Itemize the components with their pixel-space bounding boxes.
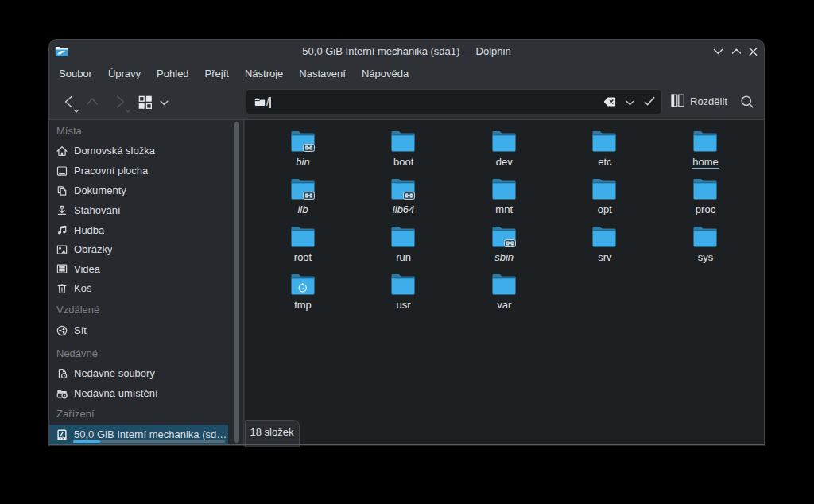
folder-label: dev xyxy=(459,155,548,169)
search-icon[interactable] xyxy=(740,95,754,109)
folder-label: var xyxy=(459,298,548,312)
location-dropdown-icon[interactable] xyxy=(626,100,634,106)
menu-nastaveni[interactable]: Nastavení xyxy=(291,62,354,84)
status-text: 18 složek xyxy=(246,421,299,444)
dolphin-window: 50,0 GiB Interní mechanika (sda1) — Dolp… xyxy=(49,40,764,445)
back-dropdown-icon[interactable] xyxy=(73,109,79,113)
folder-icon xyxy=(592,130,616,152)
sidebar-item-label: Stahování xyxy=(74,200,121,220)
sidebar-item-label: Pracovní plocha xyxy=(74,161,148,180)
titlebar[interactable]: 50,0 GiB Interní mechanika (sda1) — Dolp… xyxy=(49,40,764,62)
videos-icon xyxy=(56,262,68,275)
sidebar-item-file-clock[interactable]: Nedávné soubory xyxy=(49,363,228,383)
folder-icon xyxy=(492,177,516,200)
folder-icon xyxy=(592,225,616,247)
folder-label: usr xyxy=(359,298,448,312)
sidebar-item-home[interactable]: Domovská složka xyxy=(49,141,228,161)
view-mode-dropdown-icon[interactable] xyxy=(160,100,169,106)
window-bottom-edge xyxy=(49,444,764,445)
folder-icon xyxy=(391,225,415,247)
split-button-label[interactable]: Rozdělit xyxy=(690,84,727,119)
sidebar-item-folder-clock[interactable]: Nedávná umístění xyxy=(49,383,228,403)
minimize-icon[interactable] xyxy=(713,46,723,56)
symlink-emblem xyxy=(403,192,415,200)
folder-clock-icon xyxy=(56,387,68,400)
folder-icon xyxy=(391,130,415,152)
harddisk-icon xyxy=(56,428,68,441)
close-icon[interactable] xyxy=(748,46,758,56)
places-section-header: Místa xyxy=(56,124,82,138)
network-icon xyxy=(56,324,68,337)
folder-icon xyxy=(492,225,516,247)
symlink-emblem xyxy=(303,192,315,200)
sidebar-item-label: Nedávné soubory xyxy=(74,363,155,383)
folder-label: tmp xyxy=(258,298,347,312)
menu-pohled[interactable]: Pohled xyxy=(149,62,196,84)
folder-icon xyxy=(492,130,516,152)
sidebar-item-label: Dokumenty xyxy=(74,180,126,200)
folder-label: mnt xyxy=(459,203,548,216)
music-icon xyxy=(56,223,68,236)
folder-label: home xyxy=(661,155,750,169)
folder-label: etc xyxy=(560,155,649,169)
sidebar-item-network[interactable]: Síť xyxy=(49,320,228,340)
folder-label: boot xyxy=(359,155,448,169)
home-icon xyxy=(56,145,68,157)
disk-usage-bar xyxy=(73,440,225,443)
folder-view[interactable]: bin boot dev etc home lib lib64 mnt opt … xyxy=(245,120,764,446)
forward-dropdown-icon[interactable] xyxy=(125,109,131,113)
desktop-icon xyxy=(56,165,68,177)
sidebar-item-label: Síť xyxy=(74,320,87,340)
sidebar-item-download[interactable]: Stahování xyxy=(49,200,228,220)
sidebar-item-documents[interactable]: Dokumenty xyxy=(49,180,228,200)
back-button[interactable] xyxy=(62,95,76,109)
folder-label: run xyxy=(359,250,448,264)
sidebar-item-label: Hudba xyxy=(74,220,104,240)
menu-prejit[interactable]: Přejít xyxy=(197,62,237,84)
download-icon xyxy=(56,204,68,216)
folder-icon xyxy=(391,177,415,200)
disk-usage-fill xyxy=(73,440,100,443)
icons-view-mode-button[interactable] xyxy=(138,95,152,109)
folder-icon xyxy=(291,225,315,247)
split-view-icon[interactable] xyxy=(671,94,684,107)
menu-upravy[interactable]: Úpravy xyxy=(100,62,149,84)
images-icon xyxy=(56,243,68,256)
folder-icon xyxy=(592,177,616,200)
menu-nastroje[interactable]: Nástroje xyxy=(237,62,291,84)
maximize-icon[interactable] xyxy=(731,46,742,56)
folder-icon xyxy=(693,130,717,152)
window-title: 50,0 GiB Interní mechanika (sda1) — Dolp… xyxy=(49,40,764,62)
folder-icon xyxy=(291,273,315,295)
places-scrollbar[interactable] xyxy=(234,122,239,443)
text-cursor xyxy=(269,97,271,108)
sidebar-item-desktop[interactable]: Pracovní plocha xyxy=(49,161,228,180)
folder-label: proc xyxy=(661,203,750,216)
menu-soubor[interactable]: Soubor xyxy=(51,62,100,84)
sidebar-item-videos[interactable]: Videa xyxy=(49,259,228,279)
folder-label: bin xyxy=(258,155,347,169)
symlink-emblem xyxy=(504,239,516,247)
folder-label: opt xyxy=(560,203,649,216)
up-button[interactable] xyxy=(86,96,99,106)
menu-napoveda[interactable]: Nápověda xyxy=(354,62,417,84)
toolbar: / Rozdělit xyxy=(49,84,764,119)
places-section-header: Nedávné xyxy=(56,347,98,361)
sidebar-item-images[interactable]: Obrázky xyxy=(49,239,228,259)
folder-label: srv xyxy=(560,250,649,264)
sidebar-item-label: Domovská složka xyxy=(74,141,155,161)
sidebar-item-harddisk[interactable]: 50,0 GiB Interní mechanika (sd… xyxy=(49,425,228,445)
folder-icon xyxy=(693,225,717,247)
sidebar-item-music[interactable]: Hudba xyxy=(49,220,228,240)
location-folder-icon xyxy=(254,95,266,108)
folder-label: sbin xyxy=(459,250,548,264)
forward-button[interactable] xyxy=(114,95,127,109)
location-bar[interactable]: / xyxy=(246,89,662,114)
places-panel: MístaDomovská složkaPracovní plochaDokum… xyxy=(49,120,244,446)
sidebar-item-trash[interactable]: Koš xyxy=(49,278,228,298)
clear-location-icon[interactable] xyxy=(603,95,616,108)
desktop-background: { "window": { "title": "50,0 GiB Interní… xyxy=(0,0,814,504)
location-accept-icon[interactable] xyxy=(644,96,655,107)
window-content: MístaDomovská složkaPracovní plochaDokum… xyxy=(49,119,764,445)
trash-icon xyxy=(56,282,68,295)
